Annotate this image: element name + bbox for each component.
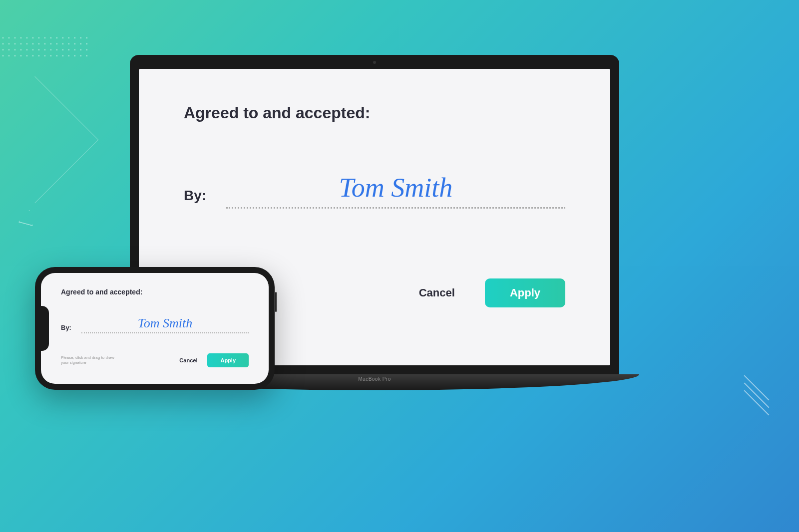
decorative-lines xyxy=(739,382,779,412)
phone-by-label: By: xyxy=(61,324,71,333)
phone-notch xyxy=(39,306,49,351)
phone-screen: Agreed to and accepted: By: Tom Smith Pl… xyxy=(41,273,269,384)
phone-apply-button[interactable]: Apply xyxy=(207,353,249,367)
phone-side-button xyxy=(275,292,277,312)
phone-action-row: Please, click and drag to draw your sign… xyxy=(61,353,249,367)
laptop-camera-icon xyxy=(373,61,376,64)
phone-cancel-button[interactable]: Cancel xyxy=(179,357,197,363)
decorative-triangle-left xyxy=(18,208,37,227)
signature-input-area[interactable]: Tom Smith xyxy=(226,172,565,209)
cancel-button[interactable]: Cancel xyxy=(409,280,465,305)
laptop-model-label: MacBook Pro xyxy=(358,374,391,382)
signature-value: Tom Smith xyxy=(339,173,453,203)
signature-field-row: By: Tom Smith xyxy=(184,172,565,209)
agreement-heading: Agreed to and accepted: xyxy=(184,104,565,122)
phone-signature-input-area[interactable]: Tom Smith xyxy=(81,316,249,333)
phone-agreement-heading: Agreed to and accepted: xyxy=(61,288,249,296)
decorative-angle xyxy=(0,76,98,204)
phone-signature-value: Tom Smith xyxy=(138,316,193,330)
phone-device: Agreed to and accepted: By: Tom Smith Pl… xyxy=(35,267,275,390)
phone-frame: Agreed to and accepted: By: Tom Smith Pl… xyxy=(35,267,275,390)
phone-signature-row: By: Tom Smith xyxy=(61,316,249,333)
apply-button[interactable]: Apply xyxy=(485,278,565,307)
phone-draw-hint-text: Please, click and drag to draw your sign… xyxy=(61,355,121,366)
decorative-dots xyxy=(0,35,90,60)
by-label: By: xyxy=(184,188,206,209)
